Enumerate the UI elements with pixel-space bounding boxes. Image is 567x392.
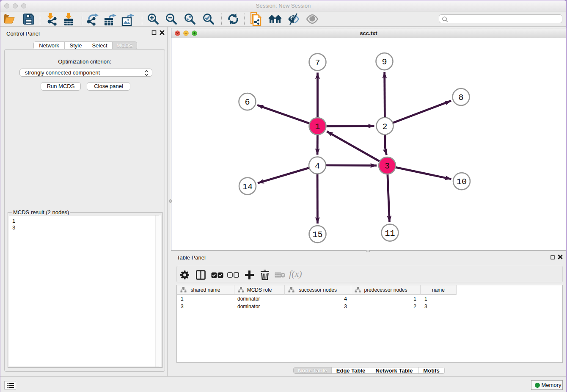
svg-text:8: 8 xyxy=(458,93,463,102)
svg-text:3: 3 xyxy=(385,161,390,171)
svg-text:1: 1 xyxy=(315,122,320,132)
svg-text:2: 2 xyxy=(382,122,387,132)
svg-text:10: 10 xyxy=(457,177,467,187)
svg-text:6: 6 xyxy=(245,97,250,107)
svg-text:7: 7 xyxy=(315,58,320,68)
svg-text:4: 4 xyxy=(315,161,320,171)
svg-text:11: 11 xyxy=(385,229,395,238)
svg-text:9: 9 xyxy=(382,57,387,67)
svg-text:14: 14 xyxy=(242,182,253,192)
svg-text:15: 15 xyxy=(312,230,322,240)
